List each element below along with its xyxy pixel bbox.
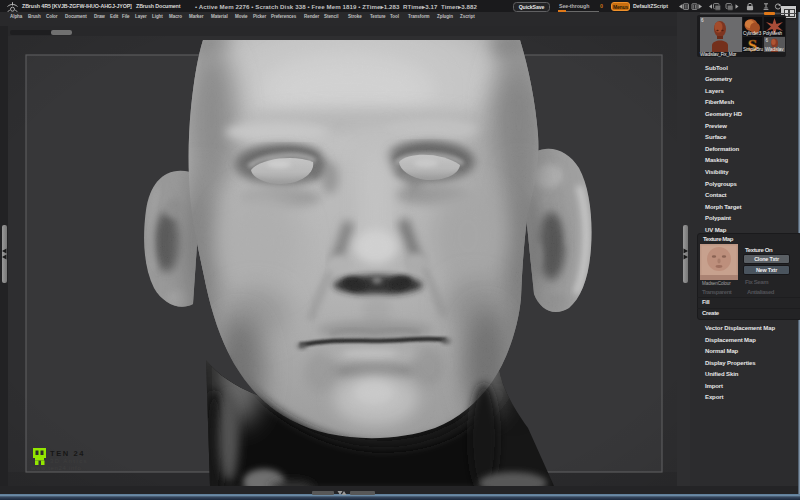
svg-text:3D Antics: 3D Antics: [50, 458, 88, 464]
svg-text:TEN 24: TEN 24: [50, 449, 85, 458]
svg-text:www.ten24.info: www.ten24.info: [30, 465, 82, 471]
